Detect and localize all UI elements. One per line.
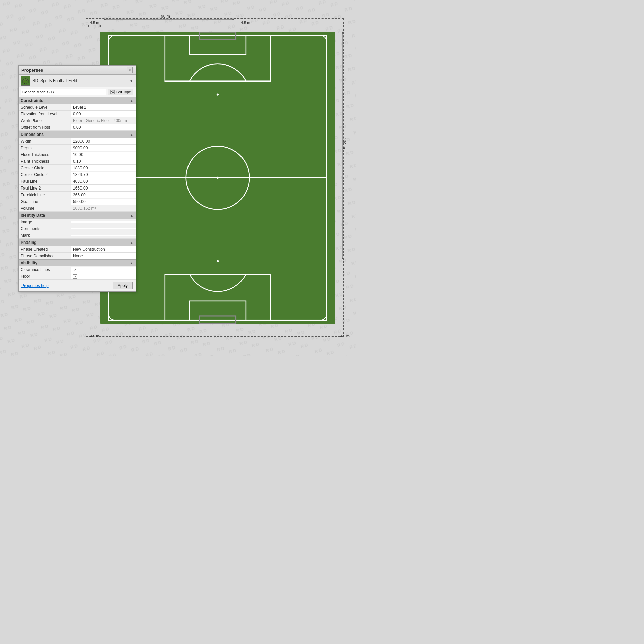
dim-arrow-top-center xyxy=(104,17,235,22)
prop-goal-line: Goal Line 550.00 xyxy=(19,198,136,205)
svg-marker-10 xyxy=(342,32,344,34)
object-dropdown-arrow[interactable]: ▼ xyxy=(129,78,133,83)
section-visibility: Visibility ▲ xyxy=(19,259,136,266)
object-name: RD_Sports Football Field xyxy=(32,78,127,83)
main-content: 4.5 m 90 m 4.5 m 120 m 4.5 m 4.5 m xyxy=(0,0,356,356)
properties-panel: Properties × RD_Sports Football Field ▼ … xyxy=(18,65,136,292)
dim-bottom-left: 4.5 m xyxy=(90,334,99,338)
object-icon xyxy=(21,76,30,86)
svg-rect-27 xyxy=(111,91,112,92)
svg-marker-7 xyxy=(104,18,106,20)
dim-arrow-right xyxy=(341,32,345,261)
prop-center-circle-2: Center Circle 2 1829.70 xyxy=(19,171,136,178)
tick-far-left xyxy=(89,18,89,23)
edit-type-button[interactable]: Edit Type xyxy=(108,89,133,95)
dim-bottom-right: 4.5 m xyxy=(340,334,350,338)
dim-arrow-top-left xyxy=(88,24,101,29)
prop-offset-from-host: Offset from Host 0.00 xyxy=(19,124,136,131)
edit-type-label: Edit Type xyxy=(116,90,131,94)
svg-marker-4 xyxy=(88,25,90,27)
phasing-arrow: ▲ xyxy=(130,241,133,245)
clearance-lines-checkbox[interactable] xyxy=(73,268,77,272)
svg-point-18 xyxy=(217,93,219,95)
edit-type-icon xyxy=(110,90,115,94)
object-selector: RD_Sports Football Field ▼ xyxy=(19,75,136,87)
section-phasing: Phasing ▲ xyxy=(19,239,136,246)
prop-volume: Volume 1080.152 m³ xyxy=(19,205,136,212)
identity-arrow: ▲ xyxy=(130,214,133,217)
prop-faul-line-2: Faul Line 2 1660.00 xyxy=(19,185,136,192)
panel-footer: Properties help Apply xyxy=(19,280,136,291)
svg-rect-30 xyxy=(112,92,114,93)
prop-work-plane: Work Plane Floor : Generic Floor - 400mm xyxy=(19,117,136,124)
panel-header[interactable]: Properties × xyxy=(19,66,136,75)
visibility-arrow: ▲ xyxy=(130,261,133,265)
svg-rect-17 xyxy=(190,35,246,55)
prop-width: Width 12000.00 xyxy=(19,138,136,145)
prop-clearance-lines: Clearance Lines xyxy=(19,266,136,273)
properties-help-link[interactable]: Properties help xyxy=(21,283,49,288)
section-constraints: Constraints ▲ xyxy=(19,97,136,104)
svg-rect-16 xyxy=(165,35,270,81)
prop-comments: Comments xyxy=(19,225,136,232)
prop-floor-thickness: Floor Thickness 10.00 xyxy=(19,151,136,158)
dimensions-arrow: ▲ xyxy=(130,133,133,137)
svg-marker-5 xyxy=(99,25,101,27)
svg-rect-20 xyxy=(165,274,270,320)
prop-floor-visibility: Floor xyxy=(19,273,136,280)
prop-faul-line: Faul Line 4030.00 xyxy=(19,178,136,185)
svg-marker-11 xyxy=(342,257,344,259)
svg-rect-21 xyxy=(190,301,246,320)
floor-checkbox[interactable] xyxy=(73,274,77,279)
prop-paint-thickness: Paint Thickness 0.10 xyxy=(19,158,136,165)
prop-center-circle: Center Circle 1830.00 xyxy=(19,165,136,171)
prop-elevation-from-level: Elevation from Level 0.00 xyxy=(19,111,136,117)
apply-button[interactable]: Apply xyxy=(113,282,133,289)
panel-scroll[interactable]: Constraints ▲ Schedule Level Level 1 Ele… xyxy=(19,97,136,280)
tick-far-right xyxy=(248,18,248,23)
tick-top-right xyxy=(235,18,235,23)
type-selector: Generic Models (1) Edit Type xyxy=(19,87,136,97)
svg-point-22 xyxy=(217,260,219,262)
svg-rect-28 xyxy=(112,91,114,92)
svg-rect-29 xyxy=(111,92,112,93)
svg-marker-8 xyxy=(232,18,234,20)
prop-freekick-line: Freekick Line 365.00 xyxy=(19,192,136,198)
svg-point-15 xyxy=(217,177,219,179)
dim-top-right: 4.5 m xyxy=(241,21,250,25)
panel-title: Properties xyxy=(21,68,43,73)
section-dimensions: Dimensions ▲ xyxy=(19,131,136,138)
prop-phase-created: Phase Created New Construction xyxy=(19,246,136,253)
type-dropdown[interactable]: Generic Models (1) xyxy=(21,89,106,95)
prop-schedule-level: Schedule Level Level 1 xyxy=(19,104,136,111)
prop-phase-demolished: Phase Demolished None xyxy=(19,253,136,259)
constraints-arrow: ▲ xyxy=(130,99,133,103)
prop-image: Image xyxy=(19,219,136,225)
prop-mark: Mark xyxy=(19,232,136,239)
close-button[interactable]: × xyxy=(127,67,133,73)
prop-depth: Depth 9000.00 xyxy=(19,145,136,151)
tick-top-left xyxy=(102,18,102,23)
section-identity: Identity Data ▲ xyxy=(19,212,136,219)
